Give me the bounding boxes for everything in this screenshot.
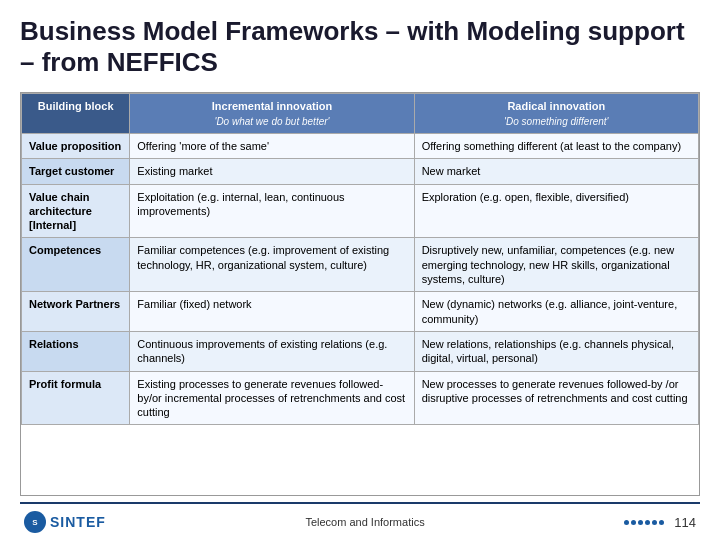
- table-row: Network Partners Familiar (fixed) networ…: [22, 292, 699, 332]
- row-col3-2: Exploration (e.g. open, flexible, divers…: [414, 184, 698, 238]
- dot-1: [624, 520, 629, 525]
- row-label-3: Competences: [22, 238, 130, 292]
- row-col3-6: New processes to generate revenues follo…: [414, 371, 698, 425]
- row-label-4: Network Partners: [22, 292, 130, 332]
- page-container: Business Model Frameworks – with Modelin…: [0, 0, 720, 540]
- footer-dots: [624, 520, 664, 525]
- dot-5: [652, 520, 657, 525]
- row-label-5: Relations: [22, 331, 130, 371]
- table-row: Relations Continuous improvements of exi…: [22, 331, 699, 371]
- dot-3: [638, 520, 643, 525]
- row-col2-5: Continuous improvements of existing rela…: [130, 331, 414, 371]
- header-radical: Radical innovation 'Do something differe…: [414, 94, 698, 134]
- header-incremental: Incremental innovation 'Do what we do bu…: [130, 94, 414, 134]
- footer-topic: Telecom and Informatics: [106, 516, 625, 528]
- dot-6: [659, 520, 664, 525]
- table-row: Profit formula Existing processes to gen…: [22, 371, 699, 425]
- table-row: Value chain architecture [Internal] Expl…: [22, 184, 699, 238]
- row-label-1: Target customer: [22, 159, 130, 184]
- row-label-0: Value proposition: [22, 133, 130, 158]
- table-row: Value proposition Offering 'more of the …: [22, 133, 699, 158]
- footer: S SINTEF Telecom and Informatics 114: [20, 502, 700, 540]
- row-col3-3: Disruptively new, unfamiliar, competence…: [414, 238, 698, 292]
- row-col2-1: Existing market: [130, 159, 414, 184]
- row-col2-3: Familiar competences (e.g. improvement o…: [130, 238, 414, 292]
- row-label-6: Profit formula: [22, 371, 130, 425]
- dot-2: [631, 520, 636, 525]
- page-title: Business Model Frameworks – with Modelin…: [20, 16, 700, 78]
- page-number: 114: [674, 515, 696, 530]
- main-table: Building block Incremental innovation 'D…: [21, 93, 699, 425]
- sintef-logo: S SINTEF: [24, 511, 106, 533]
- table-container: Building block Incremental innovation 'D…: [20, 92, 700, 496]
- table-header-row: Building block Incremental innovation 'D…: [22, 94, 699, 134]
- row-col2-6: Existing processes to generate revenues …: [130, 371, 414, 425]
- sintef-label: SINTEF: [50, 514, 106, 530]
- row-col2-4: Familiar (fixed) network: [130, 292, 414, 332]
- table-row: Competences Familiar competences (e.g. i…: [22, 238, 699, 292]
- row-col2-2: Exploitation (e.g. internal, lean, conti…: [130, 184, 414, 238]
- logo-icon: S: [24, 511, 46, 533]
- row-col3-5: New relations, relationships (e.g. chann…: [414, 331, 698, 371]
- row-col3-1: New market: [414, 159, 698, 184]
- row-col3-4: New (dynamic) networks (e.g. alliance, j…: [414, 292, 698, 332]
- table-row: Target customer Existing market New mark…: [22, 159, 699, 184]
- row-label-2: Value chain architecture [Internal]: [22, 184, 130, 238]
- header-building-block: Building block: [22, 94, 130, 134]
- row-col2-0: Offering 'more of the same': [130, 133, 414, 158]
- dot-4: [645, 520, 650, 525]
- row-col3-0: Offering something different (at least t…: [414, 133, 698, 158]
